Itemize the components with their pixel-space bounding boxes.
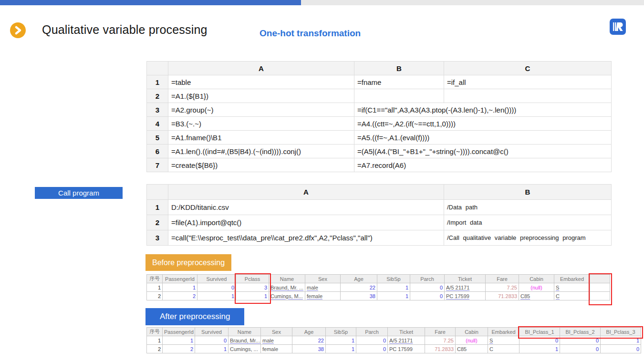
topbar-accent	[0, 0, 301, 5]
cell-A7: =create(${B6})	[168, 158, 354, 172]
cell: C85	[519, 292, 554, 300]
row-number: 1	[147, 75, 168, 89]
cell: female	[261, 345, 292, 353]
cell: 38	[341, 292, 377, 300]
column-header-c: C	[444, 62, 612, 75]
cell: 2	[147, 345, 163, 353]
cell: 0	[356, 345, 388, 353]
cell: 0	[601, 345, 641, 353]
column-header: Embarked	[488, 328, 519, 336]
before-header-row: 序号 PassengerId Survived Pclass Name Sex …	[147, 275, 610, 283]
row-number: 1	[147, 200, 168, 215]
cell-A2: =A1.(${B1})	[168, 89, 354, 103]
column-header: Survived	[195, 328, 229, 336]
cell: PC 17599	[445, 292, 486, 300]
cell-text: male	[307, 285, 318, 290]
call-row-3: 3 =call("E:\\esproc_test\\data_pre\\cat_…	[147, 230, 612, 246]
cell-text: Braund, Mr. ...	[270, 285, 303, 290]
cell-A3: =A2.group(~)	[168, 103, 354, 117]
cell: C85	[456, 345, 488, 353]
column-header: Cabin	[456, 328, 488, 336]
cell: S	[488, 336, 519, 345]
script-row-6: 6 =A1.len().((ind=#,(B5|B4).(~(ind)))).c…	[147, 145, 612, 158]
call-row-1: 1 D:/KDD/titanic.csv /Data path	[147, 200, 612, 215]
column-header: BI_Pclass_3	[601, 328, 641, 336]
column-header: Embarked	[554, 275, 590, 283]
column-header-b: B	[354, 62, 444, 75]
cell: 22	[292, 336, 326, 345]
cell-text: male	[262, 338, 274, 343]
cell-text: S	[556, 285, 559, 290]
cell: 1	[163, 336, 195, 345]
cell	[590, 292, 610, 300]
column-header: Survived	[197, 275, 236, 283]
cell: 0	[356, 336, 388, 345]
cell: 0	[560, 345, 601, 353]
row-number: 3	[147, 103, 168, 117]
before-table: 序号 PassengerId Survived Pclass Name Sex …	[146, 274, 610, 300]
cell: 2	[163, 292, 197, 300]
cell: 1	[601, 336, 641, 345]
cell-B2	[354, 89, 444, 103]
cell: 1	[147, 283, 163, 292]
column-header: Parch	[356, 328, 388, 336]
cell-text: A/5 21171	[389, 338, 413, 343]
cell-B6: =(A5|(A4.("BI_"+B1+"_"+string(~)))).conc…	[354, 145, 612, 158]
cell-B1-comment: /Data path	[444, 200, 612, 215]
column-header: Age	[341, 275, 377, 283]
column-header: Fare	[425, 328, 456, 336]
column-header: Name	[269, 275, 305, 283]
cell-A1: =table	[168, 75, 354, 89]
column-header: Parch	[410, 275, 445, 283]
column-header: PassengerId	[163, 275, 197, 283]
cell: 1	[377, 292, 410, 300]
cell: 0	[195, 336, 229, 345]
call-row-2: 2 =file(A1).import@qtc() /Import data	[147, 215, 612, 230]
script-header-row: A B C	[147, 62, 612, 75]
column-header: Pclass	[236, 275, 269, 283]
cell-B3: =if(C1=="all",A3,A3(A3.ptop(-(A3.len()-1…	[354, 103, 612, 117]
before-row-2: 2 2 1 1 Cumings, M... female 38 1 0 PC 1…	[147, 292, 610, 300]
cell: 71.2833	[425, 345, 456, 353]
after-preprocessing-label: After preprocessing	[145, 308, 244, 325]
script-row-2: 2 =A1.(${B1})	[147, 89, 612, 103]
call-header-row: A B	[147, 185, 612, 200]
row-number: 7	[147, 158, 168, 172]
column-header: Ticket	[445, 275, 486, 283]
column-header: 序号	[147, 275, 163, 283]
cell: 7.25	[425, 336, 456, 345]
cell: 0	[197, 283, 236, 292]
cell: A/5 21171	[445, 283, 486, 292]
column-header: Ticket	[388, 328, 425, 336]
column-header: PassengerId	[163, 328, 195, 336]
cell: S	[554, 283, 590, 292]
row-number: 3	[147, 230, 168, 246]
cell-text: PC 17599	[446, 293, 469, 299]
row-number: 4	[147, 117, 168, 131]
cell: 1	[326, 345, 356, 353]
cell-A5: =A1.fname()\B1	[168, 131, 354, 145]
column-header: Cabin	[519, 275, 554, 283]
cell-B2-comment: /Import data	[444, 215, 612, 230]
column-header: Sex	[261, 328, 292, 336]
cell: 7.25	[486, 283, 519, 292]
cell: 3	[236, 283, 269, 292]
cell: A/5 21171	[388, 336, 425, 345]
call-program-button[interactable]: Call program	[35, 187, 123, 199]
page-subtitle: One-hot transformation	[260, 28, 361, 39]
cell-B4: =A4.((ctt=~,A2.(if(~==ctt,1,0))))	[354, 117, 612, 131]
cell: 1	[197, 292, 236, 300]
cell-text: S	[489, 338, 493, 343]
column-header-b: B	[444, 185, 612, 200]
cell-A2: =file(A1).import@qtc()	[168, 215, 444, 230]
cell: 1	[147, 336, 163, 345]
raqsoft-logo-icon	[609, 18, 626, 35]
row-number: 2	[147, 215, 168, 230]
before-preprocessing-label: Before preprocessing	[145, 254, 231, 271]
cell: Cumings, ...	[229, 345, 261, 353]
cell: 1	[519, 345, 560, 353]
column-header: Age	[292, 328, 326, 336]
cell-B1: =fname	[354, 75, 444, 89]
cell-C1: =if_all	[444, 75, 612, 89]
cell-B5: =A5.((f=~,A1.(eval(f))))	[354, 131, 612, 145]
